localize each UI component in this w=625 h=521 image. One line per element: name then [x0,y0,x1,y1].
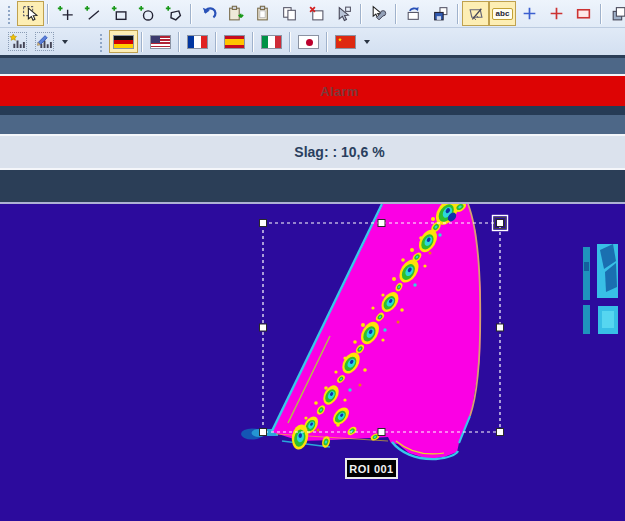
thermal-image [0,204,625,521]
separator [360,4,362,24]
usa-flag-icon [150,35,171,49]
add-rect-icon [111,5,128,22]
separator [190,4,192,24]
language-chinese-button[interactable] [331,30,360,53]
save-view-button[interactable] [427,1,454,26]
panel-header-bar [0,115,625,134]
language-english-us-button[interactable] [146,30,175,53]
language-french-button[interactable] [183,30,212,53]
analysis-overflow-chevron-icon[interactable] [62,40,68,44]
language-italian-button[interactable] [257,30,286,53]
object-properties-button[interactable] [365,1,392,26]
delete-button[interactable] [303,1,330,26]
edit-analysis-button[interactable] [31,29,58,54]
separator [457,4,459,24]
language-overflow-chevron-icon[interactable] [364,40,370,44]
rotate-view-button[interactable] [400,1,427,26]
new-analysis-button[interactable] [4,29,31,54]
add-ellipse-tool-button[interactable] [133,1,160,26]
undo-arrow-icon [200,5,217,22]
bring-to-front-button[interactable] [605,1,625,26]
add-line-tool-button[interactable] [79,1,106,26]
separator [215,32,217,52]
add-point-tool-button[interactable] [52,1,79,26]
separator [178,32,180,52]
red-cross-icon [548,5,565,22]
main-toolbar: abc [0,0,625,28]
roi-name-tag[interactable]: ROI 001 [345,458,398,479]
spain-flag-icon [224,35,245,49]
slag-status-label: Slag: : 10,6 % [294,144,384,160]
toggle-fill-button[interactable] [462,1,489,26]
paste-special-button[interactable] [222,1,249,26]
clipboard-arrow-icon [227,5,244,22]
toolbar-grip[interactable] [6,4,12,24]
panel-header-bar [0,58,625,74]
paste-button[interactable] [249,1,276,26]
pick-object-button[interactable] [330,1,357,26]
no-fill-shape-icon [467,5,484,22]
separator [395,4,397,24]
select-tool-button[interactable] [17,1,44,26]
chart-pencil-icon [35,32,54,51]
alarm-label: Alarm [320,84,358,99]
language-german-button[interactable] [109,30,138,53]
abc-label-icon: abc [492,8,514,20]
add-polygon-icon [165,5,182,22]
add-ellipse-icon [138,5,155,22]
delete-icon [308,5,325,22]
france-flag-icon [187,35,208,49]
slag-status-bar: Slag: : 10,6 % [0,136,625,168]
language-grip[interactable] [98,32,104,52]
separator [141,32,143,52]
copy-icon [281,5,298,22]
separator [289,32,291,52]
add-marker-rect-button[interactable] [570,1,597,26]
bring-to-front-icon [610,5,625,22]
italy-flag-icon [261,35,282,49]
pick-cursor-icon [335,5,352,22]
separator [326,32,328,52]
copy-button[interactable] [276,1,303,26]
japan-flag-icon [298,35,319,49]
language-spanish-button[interactable] [220,30,249,53]
divider-bar [0,106,625,115]
blue-cross-icon [521,5,538,22]
add-rect-tool-button[interactable] [106,1,133,26]
cursor-wrench-icon [370,5,387,22]
separator [47,4,49,24]
rotate-icon [405,5,422,22]
side-hot-objects [583,244,618,334]
add-polygon-tool-button[interactable] [160,1,187,26]
toolbar-area: abc [0,0,625,55]
slag-detection-window: abc [0,0,625,521]
toggle-labels-button[interactable]: abc [489,1,516,26]
add-cross-red-button[interactable] [543,1,570,26]
save-icon [432,5,449,22]
undo-button[interactable] [195,1,222,26]
add-cross-blue-button[interactable] [516,1,543,26]
chart-star-icon [8,32,27,51]
germany-flag-icon [113,35,134,49]
add-point-icon [57,5,74,22]
roi-name-text: ROI 001 [349,463,393,475]
add-line-icon [84,5,101,22]
thermal-image-view[interactable]: ROI 001 [0,204,625,521]
language-japanese-button[interactable] [294,30,323,53]
red-rect-icon [575,5,592,22]
language-toolbar [0,28,625,55]
select-cursor-icon [22,5,39,22]
separator [600,4,602,24]
china-flag-icon [335,35,356,49]
clipboard-icon [254,5,271,22]
alarm-banner: Alarm [0,76,625,106]
divider-bar [0,170,625,202]
separator [252,32,254,52]
